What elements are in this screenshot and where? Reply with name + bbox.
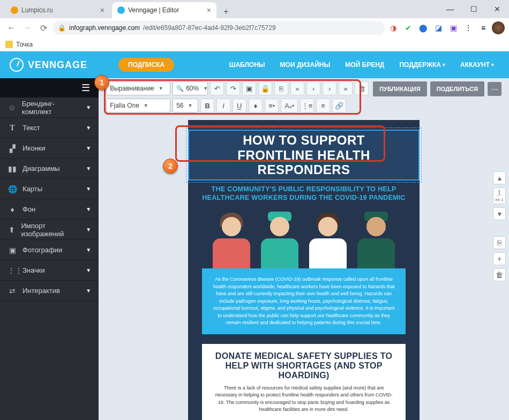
menu-icon[interactable]: ⋮ (462, 21, 475, 34)
nav-templates[interactable]: ШАБЛОНЫ (223, 61, 270, 69)
sidebar-item-maps[interactable]: 🌐Карты▼ (0, 179, 99, 199)
nav-account[interactable]: АККАУНТ▾ (455, 61, 499, 69)
forward-button[interactable]: → (20, 21, 34, 35)
align-select[interactable]: Выравнивание▼ (106, 81, 170, 95)
lock-button[interactable]: 🔒 (258, 81, 272, 95)
brand[interactable]: VENNGAGE (10, 58, 87, 72)
scroll-up-button[interactable]: ▴ (493, 171, 506, 184)
italic-button[interactable]: I (216, 99, 230, 112)
chevron-down-icon: ▼ (86, 288, 91, 294)
section-box[interactable]: DONATE MEDICAL SAFETY SUPPLIES TO HELP W… (202, 344, 406, 420)
to-back-button[interactable]: » (339, 81, 353, 95)
maximize-button[interactable]: ☐ (462, 0, 485, 18)
backward-button[interactable]: › (323, 81, 336, 95)
share-button[interactable]: ПОДЕЛИТЬСЯ (430, 81, 484, 96)
sidebar-item-badges[interactable]: ⋮⋮Значки▼ (0, 260, 99, 281)
number-list-button[interactable]: ≡ (316, 99, 330, 112)
canvas-wrap[interactable]: HOW TO SUPPORT FRONTLINE HEALTH RESPONDE… (99, 118, 509, 420)
add-page-button[interactable]: + (493, 252, 506, 265)
ext-icon[interactable]: ▣ (447, 21, 460, 34)
bold-button[interactable]: B (200, 99, 214, 112)
underline-button[interactable]: U̲ (233, 99, 246, 112)
sidebar-item-photos[interactable]: ▣Фотографии▼ (0, 240, 99, 260)
bookmark-label[interactable]: Точка (16, 41, 33, 48)
subheading[interactable]: THE COMMUNITY'S PUBLIC RESPONSIBILITY TO… (202, 185, 406, 202)
bullet-list-button[interactable]: ⋮≡ (300, 99, 314, 112)
ext-icon[interactable]: ⬤ (417, 21, 430, 34)
url-input[interactable]: 🔒 infograph.venngage.com /edit/e659a807-… (53, 21, 385, 35)
ext-icon[interactable]: ◑ (387, 21, 400, 34)
link-button[interactable]: 🔗 (332, 99, 346, 112)
nav-my-designs[interactable]: МОИ ДИЗАЙНЫ (275, 61, 336, 69)
close-icon[interactable]: × (207, 6, 211, 14)
minimize-button[interactable]: — (438, 0, 462, 18)
profile-avatar[interactable] (492, 21, 505, 34)
star-icon: ☆ (8, 103, 17, 112)
sidebar-item-icons[interactable]: ▞Иконки▼ (0, 138, 99, 159)
headline-line2: FRONTLINE HEALTH RESPONDERS (237, 148, 370, 177)
sidebar-item-charts[interactable]: ▮▮Диаграммы▼ (0, 159, 99, 179)
forward-button[interactable]: ‹ (306, 81, 320, 95)
font-select[interactable]: Fjalla One▼ (106, 99, 170, 112)
copy-button[interactable]: ⎘ (274, 81, 288, 95)
sidebar-item-label: Карты (23, 185, 42, 193)
subscribe-button[interactable]: ПОДПИСКА (118, 58, 174, 72)
toolbar: Выравнивание▼ 🔍60%▼ ↶ ↷ ▣ 🔒 ⎘ « ‹ › » 🗑 … (99, 78, 509, 118)
back-button[interactable]: ← (4, 21, 18, 35)
text-icon: T (8, 124, 17, 132)
titlebar: Lumpics.ru × Venngage | Editor × + — ☐ ✕ (0, 0, 509, 18)
redo-button[interactable]: ↷ (226, 81, 240, 95)
sidebar-item-background[interactable]: ♦Фон▼ (0, 199, 99, 220)
reload-button[interactable]: ⟳ (36, 21, 50, 35)
callout-marker-2: 2 (163, 159, 178, 174)
image-icon: ▣ (8, 246, 17, 254)
undo-button[interactable]: ↶ (210, 81, 224, 95)
publish-button[interactable]: ПУБЛИКАЦИЯ (373, 81, 427, 96)
tab-lumpics[interactable]: Lumpics.ru × (5, 2, 110, 18)
section-body: There is a lack of resources for medical… (213, 385, 395, 414)
intro-paragraph[interactable]: As the Coronavirus disease (COVID-19) ou… (202, 268, 406, 334)
sidebar-item-text[interactable]: TТекст▼ (0, 118, 99, 138)
shapes-icon: ▞ (8, 144, 17, 153)
sidebar-item-import[interactable]: ⬆Импорт изображений▼ (0, 220, 99, 240)
chevron-down-icon: ▾ (443, 62, 445, 68)
to-front-button[interactable]: « (290, 81, 304, 95)
ext-icon[interactable]: ◪ (432, 21, 445, 34)
sidebar-item-branding[interactable]: ☆Брендинг-комплект▼ (0, 98, 99, 118)
chevron-down-icon: ▼ (86, 267, 91, 273)
delete-page-button[interactable]: 🗑 (493, 268, 506, 281)
more-button[interactable]: ⋯ (488, 82, 501, 96)
new-tab-button[interactable]: + (220, 5, 233, 18)
sidebar-item-interactive[interactable]: ⇄Интерактив▼ (0, 281, 99, 301)
text-align-button[interactable]: ≡▾ (265, 99, 279, 112)
nav-my-brand[interactable]: МОЙ БРЕНД (340, 61, 390, 69)
group-button[interactable]: ▣ (242, 81, 256, 95)
duplicate-page-button[interactable]: ⎘ (493, 236, 506, 249)
person-figure (353, 209, 399, 268)
chevron-down-icon: ▼ (86, 104, 91, 110)
sidebar-item-label: Интерактив (23, 287, 60, 295)
nav-support[interactable]: ПОДДЕРЖКА▾ (394, 61, 451, 69)
text-color-button[interactable]: ♦ (249, 99, 263, 112)
design-canvas[interactable]: HOW TO SUPPORT FRONTLINE HEALTH RESPONDE… (188, 120, 420, 420)
headline-textbox[interactable]: HOW TO SUPPORT FRONTLINE HEALTH RESPONDE… (188, 130, 420, 181)
chevron-down-icon: ▾ (491, 62, 494, 68)
tab-venngage[interactable]: Venngage | Editor × (112, 2, 216, 18)
chevron-down-icon: ▼ (86, 206, 91, 212)
reading-list-icon[interactable]: ≡ (477, 21, 490, 34)
close-button[interactable]: ✕ (485, 0, 509, 18)
scroll-down-button[interactable]: ▾ (493, 207, 506, 220)
clock-icon (10, 58, 24, 72)
callout-marker-1: 1 (94, 75, 109, 90)
ext-icon[interactable]: ✔ (402, 21, 415, 34)
hamburger-icon[interactable]: ☰ (81, 82, 90, 94)
globe-icon: 🌐 (8, 185, 17, 193)
delete-button[interactable]: 🗑 (355, 81, 369, 95)
font-size-select[interactable]: 56▼ (173, 99, 198, 112)
favicon-icon (117, 6, 125, 14)
chevron-down-icon: ▼ (86, 227, 91, 232)
zoom-select[interactable]: 🔍60%▼ (173, 81, 208, 95)
text-case-button[interactable]: Aₐ▾ (281, 99, 298, 112)
close-icon[interactable]: × (100, 6, 104, 14)
sidebar-item-label: Иконки (23, 144, 46, 152)
